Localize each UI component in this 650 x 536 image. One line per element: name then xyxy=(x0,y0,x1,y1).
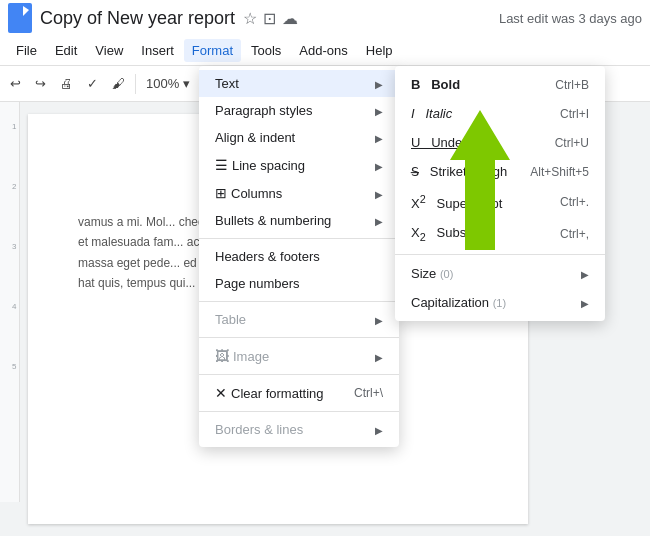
menu-insert[interactable]: Insert xyxy=(133,39,182,62)
ruler-mark-3: 3 xyxy=(12,242,16,251)
menu-tools[interactable]: Tools xyxy=(243,39,289,62)
text-bold-label: B Bold xyxy=(411,77,460,92)
menu-bar: File Edit View Insert Format Tools Add-o… xyxy=(0,36,650,66)
menu-edit[interactable]: Edit xyxy=(47,39,85,62)
align-submenu-arrow xyxy=(375,130,383,145)
title-icons: ☆ ⊡ ☁ xyxy=(243,9,298,28)
format-align-label: Align & indent xyxy=(215,130,295,145)
format-paragraph-label: Paragraph styles xyxy=(215,103,313,118)
text-submenu: B Bold Ctrl+B I Italic Ctrl+I U Underlin… xyxy=(395,66,605,321)
columns-icon: ⊞ xyxy=(215,185,227,201)
text-subscript-label: X2 Subscript xyxy=(411,225,491,243)
superscript-shortcut: Ctrl+. xyxy=(560,195,589,209)
capitalization-submenu-arrow xyxy=(581,295,589,310)
format-bullets-item[interactable]: Bullets & numbering xyxy=(199,207,399,234)
format-linespacing-item[interactable]: ☰ Line spacing xyxy=(199,151,399,179)
subscript-shortcut: Ctrl+, xyxy=(560,227,589,241)
separator-3 xyxy=(199,337,399,338)
format-bullets-label: Bullets & numbering xyxy=(215,213,331,228)
underline-shortcut: Ctrl+U xyxy=(555,136,589,150)
star-icon[interactable]: ☆ xyxy=(243,9,257,28)
linespacing-submenu-arrow xyxy=(375,158,383,173)
vertical-ruler: 1 2 3 4 5 xyxy=(0,102,20,502)
undo-button[interactable]: ↩ xyxy=(4,72,27,95)
document-title[interactable]: Copy of New year report xyxy=(40,8,235,29)
text-capitalization-item[interactable]: Capitalization (1) xyxy=(395,288,605,317)
zoom-selector[interactable]: 100% ▾ xyxy=(140,72,196,95)
text-bold-item[interactable]: B Bold Ctrl+B xyxy=(395,70,605,99)
format-columns-label: Columns xyxy=(231,186,282,201)
text-size-item[interactable]: Size (0) xyxy=(395,259,605,288)
size-submenu-arrow xyxy=(581,266,589,281)
format-clearformatting-item[interactable]: ✕ Clear formatting Ctrl+\ xyxy=(199,379,399,407)
text-capitalization-label: Capitalization (1) xyxy=(411,295,506,310)
ruler-mark-1: 1 xyxy=(12,122,16,131)
ruler-mark-5: 5 xyxy=(12,362,16,371)
format-columns-item[interactable]: ⊞ Columns xyxy=(199,179,399,207)
format-linespacing-label: Line spacing xyxy=(232,158,305,173)
paint-format-button[interactable]: 🖌 xyxy=(106,72,131,95)
spellcheck-button[interactable]: ✓ xyxy=(81,72,104,95)
format-image-item: 🖼 Image xyxy=(199,342,399,370)
linespacing-icon: ☰ xyxy=(215,157,228,173)
menu-addons[interactable]: Add-ons xyxy=(291,39,355,62)
text-underline-item[interactable]: U Underline Ctrl+U xyxy=(395,128,605,157)
menu-view[interactable]: View xyxy=(87,39,131,62)
format-paragraph-item[interactable]: Paragraph styles xyxy=(199,97,399,124)
format-image-label: Image xyxy=(233,349,269,364)
clearformat-icon: ✕ xyxy=(215,385,227,401)
menu-format[interactable]: Format xyxy=(184,39,241,62)
text-superscript-label: X2 Superscript xyxy=(411,193,502,211)
menu-help[interactable]: Help xyxy=(358,39,401,62)
italic-shortcut: Ctrl+I xyxy=(560,107,589,121)
text-submenu-arrow xyxy=(375,76,383,91)
folder-icon[interactable]: ⊡ xyxy=(263,9,276,28)
text-strikethrough-label: S̶ Strikethrough xyxy=(411,164,507,179)
menu-file[interactable]: File xyxy=(8,39,45,62)
image-icon: 🖼 xyxy=(215,348,229,364)
bold-shortcut: Ctrl+B xyxy=(555,78,589,92)
strikethrough-shortcut: Alt+Shift+5 xyxy=(530,165,589,179)
separator-4 xyxy=(199,374,399,375)
ruler-mark-4: 4 xyxy=(12,302,16,311)
format-text-label: Text xyxy=(215,76,239,91)
text-size-label: Size (0) xyxy=(411,266,453,281)
table-submenu-arrow xyxy=(375,312,383,327)
clearformatting-shortcut: Ctrl+\ xyxy=(354,386,383,400)
text-strikethrough-item[interactable]: S̶ Strikethrough Alt+Shift+5 xyxy=(395,157,605,186)
separator-2 xyxy=(199,301,399,302)
format-borders-item: Borders & lines xyxy=(199,416,399,443)
format-pagenumbers-label: Page numbers xyxy=(215,276,300,291)
format-table-item: Table xyxy=(199,306,399,333)
columns-submenu-arrow xyxy=(375,186,383,201)
separator-1 xyxy=(199,238,399,239)
format-borders-label: Borders & lines xyxy=(215,422,303,437)
docs-logo xyxy=(8,3,32,33)
ruler-mark-2: 2 xyxy=(12,182,16,191)
format-headers-label: Headers & footers xyxy=(215,249,320,264)
redo-button[interactable]: ↪ xyxy=(29,72,52,95)
cloud-icon[interactable]: ☁ xyxy=(282,9,298,28)
text-superscript-item[interactable]: X2 Superscript Ctrl+. xyxy=(395,186,605,218)
borders-submenu-arrow xyxy=(375,422,383,437)
paragraph-submenu-arrow xyxy=(375,103,383,118)
text-italic-label: I Italic xyxy=(411,106,452,121)
format-pagenumbers-item[interactable]: Page numbers xyxy=(199,270,399,297)
bullets-submenu-arrow xyxy=(375,213,383,228)
toolbar-divider-1 xyxy=(135,74,136,94)
format-align-item[interactable]: Align & indent xyxy=(199,124,399,151)
format-headers-item[interactable]: Headers & footers xyxy=(199,243,399,270)
separator-5 xyxy=(199,411,399,412)
image-submenu-arrow xyxy=(375,349,383,364)
text-subscript-item[interactable]: X2 Subscript Ctrl+, xyxy=(395,218,605,250)
format-table-label: Table xyxy=(215,312,246,327)
text-italic-item[interactable]: I Italic Ctrl+I xyxy=(395,99,605,128)
last-edit-text: Last edit was 3 days ago xyxy=(499,11,642,26)
text-underline-label: U Underline xyxy=(411,135,487,150)
text-separator-1 xyxy=(395,254,605,255)
format-clearformatting-label: Clear formatting xyxy=(231,386,323,401)
title-bar: Copy of New year report ☆ ⊡ ☁ Last edit … xyxy=(0,0,650,36)
print-button[interactable]: 🖨 xyxy=(54,72,79,95)
format-text-item[interactable]: Text xyxy=(199,70,399,97)
format-dropdown: Text Paragraph styles Align & indent ☰ L… xyxy=(199,66,399,447)
